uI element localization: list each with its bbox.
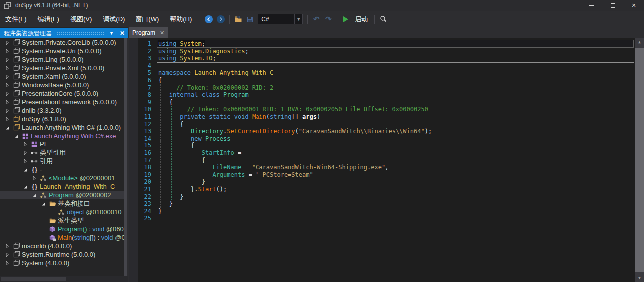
- expander-collapsed-icon[interactable]: [3, 108, 12, 113]
- menu-edit[interactable]: 编辑(E): [32, 11, 65, 27]
- tree-item[interactable]: 引用: [0, 157, 124, 165]
- tree-item[interactable]: dnlib (3.3.2.0): [0, 106, 124, 115]
- menu-window[interactable]: 窗口(W): [130, 11, 164, 27]
- scrollbar-thumb[interactable]: [124, 38, 127, 276]
- expander-collapsed-icon[interactable]: [3, 91, 12, 96]
- minimize-button[interactable]: [581, 0, 602, 11]
- tree-item[interactable]: System.Xaml (5.0.0.0): [0, 72, 124, 81]
- code-line[interactable]: 18 FileName = "CaravanSandWitch-Win64-Sh…: [129, 164, 635, 171]
- code-line[interactable]: 24}: [129, 208, 635, 215]
- tree-item[interactable]: mscorlib (4.0.0.0): [0, 242, 124, 250]
- code-line[interactable]: 16 StartInfo =: [129, 149, 635, 157]
- maximize-button[interactable]: [602, 0, 623, 11]
- tree-item[interactable]: System.Private.CoreLib (5.0.0.0): [0, 38, 124, 47]
- tree-item[interactable]: Launch Anything With C# (1.0.0.0): [0, 123, 124, 132]
- panel-menu-icon[interactable]: ▼: [109, 31, 114, 36]
- menu-help[interactable]: 帮助(H): [164, 11, 197, 27]
- code-line[interactable]: 5namespace Launch_Anything_With_C_: [129, 69, 635, 77]
- tree-item[interactable]: System.Linq (5.0.0.0): [0, 55, 124, 64]
- undo-button[interactable]: ↶: [310, 13, 322, 25]
- expander-expanded-icon[interactable]: [30, 193, 39, 198]
- save-all-button[interactable]: [244, 13, 256, 25]
- panel-header[interactable]: 程序集资源管理器 ▼ ✕: [0, 28, 128, 38]
- code-line[interactable]: 2using System.Diagnostics;: [129, 48, 635, 55]
- code-line[interactable]: 1using System;: [129, 40, 635, 48]
- tree-item[interactable]: dnSpy (6.1.8.0): [0, 115, 124, 123]
- expander-collapsed-icon[interactable]: [3, 49, 12, 54]
- tree-item[interactable]: System.Private.Uri (5.0.0.0): [0, 47, 124, 55]
- navigate-back-button[interactable]: [203, 13, 215, 25]
- open-file-button[interactable]: [232, 13, 244, 25]
- start-label[interactable]: 启动: [352, 15, 372, 24]
- code-line[interactable]: 6{: [129, 77, 635, 84]
- tree-item[interactable]: Program @02000002: [0, 191, 124, 199]
- tree-item[interactable]: PresentationCore (5.0.0.0): [0, 89, 124, 98]
- tree-item[interactable]: 派生类型: [0, 216, 124, 225]
- code-line[interactable]: 10 // Token: 0x06000001 RID: 1 RVA: 0x00…: [129, 106, 635, 113]
- expander-collapsed-icon[interactable]: [3, 117, 12, 122]
- code-line[interactable]: 25: [129, 215, 635, 222]
- expander-collapsed-icon[interactable]: [3, 83, 12, 88]
- scrollbar-thumb[interactable]: [1, 277, 66, 281]
- expander-expanded-icon[interactable]: [12, 134, 21, 139]
- code-line[interactable]: 8 internal class Program: [129, 91, 635, 99]
- tree-item[interactable]: Main(string[]) : void @0: [0, 233, 124, 242]
- code-line[interactable]: 9 {: [129, 99, 635, 106]
- tree-item[interactable]: System (4.0.0.0): [0, 259, 124, 267]
- code-line[interactable]: 4: [129, 62, 635, 70]
- language-select[interactable]: C# ▼: [258, 14, 303, 24]
- scroll-up-icon[interactable]: ▲: [635, 38, 644, 46]
- menu-debug[interactable]: 调试(D): [97, 11, 130, 27]
- expander-collapsed-icon[interactable]: [3, 100, 12, 105]
- expander-expanded-icon[interactable]: [21, 184, 30, 189]
- tree-item[interactable]: { }-: [0, 165, 124, 174]
- tree-item[interactable]: System.Private.Xml (5.0.0.0): [0, 64, 124, 72]
- expander-collapsed-icon[interactable]: [21, 142, 30, 147]
- expander-collapsed-icon[interactable]: [3, 244, 12, 249]
- tree-vertical-scrollbar[interactable]: [124, 38, 128, 276]
- expander-collapsed-icon[interactable]: [3, 261, 12, 266]
- code-line[interactable]: 19 Arguments = "-PCStore=Steam": [129, 171, 635, 179]
- expander-collapsed-icon[interactable]: [3, 66, 12, 71]
- expander-expanded-icon[interactable]: [39, 201, 48, 206]
- code-line[interactable]: 20 }: [129, 178, 635, 186]
- close-button[interactable]: ✕: [623, 0, 644, 11]
- tree-item[interactable]: { }Launch_Anything_With_C_: [0, 182, 124, 191]
- expander-collapsed-icon[interactable]: [21, 150, 30, 155]
- menu-view[interactable]: 视图(V): [65, 11, 97, 27]
- tree-item[interactable]: <Module> @02000001: [0, 174, 124, 182]
- tree-item[interactable]: Program() : void @060: [0, 225, 124, 233]
- redo-button[interactable]: ↷: [322, 13, 334, 25]
- navigate-forward-button[interactable]: [215, 13, 227, 25]
- scrollbar-thumb[interactable]: [635, 48, 644, 272]
- tree-item[interactable]: PresentationFramework (5.0.0.0): [0, 98, 124, 106]
- tab-program[interactable]: Program ✕: [129, 27, 168, 38]
- code-line[interactable]: 12 {: [129, 121, 635, 128]
- code-line[interactable]: 15 {: [129, 142, 635, 149]
- expander-collapsed-icon[interactable]: [3, 40, 12, 45]
- code-line[interactable]: 14 new Process: [129, 135, 635, 142]
- tree-item[interactable]: object @01000010: [0, 208, 124, 216]
- search-button[interactable]: [377, 13, 389, 25]
- tree-item[interactable]: PE: [0, 140, 124, 148]
- panel-close-icon[interactable]: ✕: [120, 30, 125, 37]
- expander-collapsed-icon[interactable]: [3, 74, 12, 79]
- start-debug-button[interactable]: [340, 13, 352, 25]
- tree-item[interactable]: Launch Anything With C#.exe: [0, 132, 124, 140]
- tab-close-icon[interactable]: ✕: [160, 30, 164, 36]
- scroll-down-icon[interactable]: ▼: [635, 274, 644, 282]
- expander-collapsed-icon[interactable]: [30, 176, 39, 181]
- expander-collapsed-icon[interactable]: [3, 252, 12, 257]
- code-line[interactable]: 22 }: [129, 193, 635, 201]
- menu-file[interactable]: 文件(F): [0, 11, 32, 27]
- expander-collapsed-icon[interactable]: [21, 159, 30, 164]
- code-line[interactable]: 7 // Token: 0x02000002 RID: 2: [129, 84, 635, 92]
- tree-item[interactable]: System.Runtime (5.0.0.0): [0, 250, 124, 259]
- code-line[interactable]: 13 Directory.SetCurrentDirectory("Carava…: [129, 128, 635, 135]
- code-line[interactable]: 23 }: [129, 200, 635, 208]
- tree-item[interactable]: 类型引用: [0, 148, 124, 157]
- tree-item[interactable]: 基类和接口: [0, 199, 124, 208]
- expander-collapsed-icon[interactable]: [3, 57, 12, 62]
- editor-vertical-scrollbar[interactable]: ▲ ▼: [635, 38, 644, 282]
- tree-horizontal-scrollbar[interactable]: [0, 276, 128, 282]
